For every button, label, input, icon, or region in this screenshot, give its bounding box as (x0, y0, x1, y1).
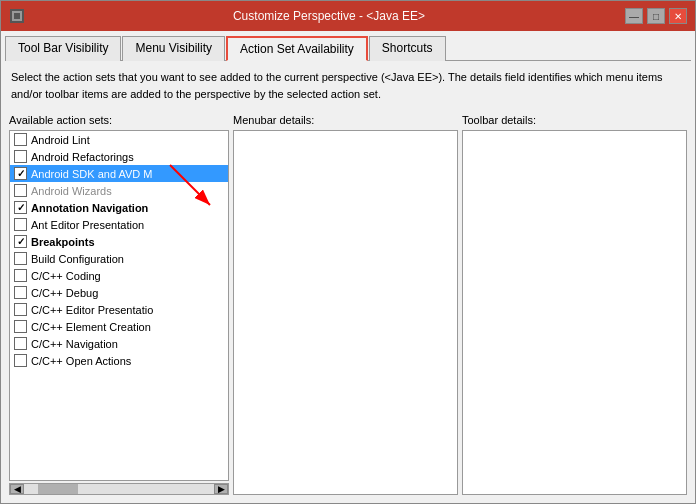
title-bar: Customize Perspective - <Java EE> — □ ✕ (1, 1, 695, 31)
checkbox-breakpoints[interactable] (14, 235, 27, 248)
action-sets-list[interactable]: Android LintAndroid RefactoringsAndroid … (9, 130, 229, 481)
list-item-label-cpp-navigation: C/C++ Navigation (31, 338, 118, 350)
maximize-button[interactable]: □ (647, 8, 665, 24)
list-item-label-cpp-open-actions: C/C++ Open Actions (31, 355, 131, 367)
content-area: Tool Bar VisibilityMenu VisibilityAction… (1, 31, 695, 503)
checkbox-android-lint[interactable] (14, 133, 27, 146)
toolbar-details-panel: Toolbar details: (462, 114, 687, 495)
checkbox-ant-editor[interactable] (14, 218, 27, 231)
close-button[interactable]: ✕ (669, 8, 687, 24)
checkbox-cpp-navigation[interactable] (14, 337, 27, 350)
list-item-build-config[interactable]: Build Configuration (10, 250, 228, 267)
scrollbar-thumb[interactable] (38, 484, 78, 494)
list-item-label-cpp-element-creation: C/C++ Element Creation (31, 321, 151, 333)
list-item-cpp-editor-presentation[interactable]: C/C++ Editor Presentatio (10, 301, 228, 318)
checkbox-cpp-debug[interactable] (14, 286, 27, 299)
list-item-label-cpp-coding: C/C++ Coding (31, 270, 101, 282)
list-item-label-android-sdk-avd: Android SDK and AVD M (31, 168, 152, 180)
list-item-label-android-wizards: Android Wizards (31, 185, 112, 197)
menubar-details-box (233, 130, 458, 495)
toolbar-details-label: Toolbar details: (462, 114, 687, 126)
list-item-label-android-refactorings: Android Refactorings (31, 151, 134, 163)
tab-menu[interactable]: Menu Visibility (122, 36, 224, 61)
right-panels: Menubar details: Toolbar details: (233, 114, 687, 495)
list-item-android-refactorings[interactable]: Android Refactorings (10, 148, 228, 165)
main-area: Available action sets: Android LintAndro… (5, 110, 691, 499)
tab-actionset[interactable]: Action Set Availability (226, 36, 368, 61)
customize-perspective-window: Customize Perspective - <Java EE> — □ ✕ … (0, 0, 696, 504)
list-item-ant-editor[interactable]: Ant Editor Presentation (10, 216, 228, 233)
list-item-label-cpp-editor-presentation: C/C++ Editor Presentatio (31, 304, 153, 316)
list-item-cpp-element-creation[interactable]: C/C++ Element Creation (10, 318, 228, 335)
tab-toolbar[interactable]: Tool Bar Visibility (5, 36, 121, 61)
list-item-annotation-navigation[interactable]: Annotation Navigation (10, 199, 228, 216)
list-item-label-annotation-navigation: Annotation Navigation (31, 202, 148, 214)
description-text: Select the action sets that you want to … (5, 61, 691, 110)
menubar-details-label: Menubar details: (233, 114, 458, 126)
list-item-cpp-open-actions[interactable]: C/C++ Open Actions (10, 352, 228, 369)
list-item-cpp-debug[interactable]: C/C++ Debug (10, 284, 228, 301)
list-item-breakpoints[interactable]: Breakpoints (10, 233, 228, 250)
list-item-android-wizards[interactable]: Android Wizards (10, 182, 228, 199)
list-item-label-android-lint: Android Lint (31, 134, 90, 146)
checkbox-cpp-coding[interactable] (14, 269, 27, 282)
checkbox-cpp-editor-presentation[interactable] (14, 303, 27, 316)
window-controls: — □ ✕ (625, 8, 687, 24)
window-icon (9, 8, 25, 24)
list-item-android-lint[interactable]: Android Lint (10, 131, 228, 148)
checkbox-android-wizards[interactable] (14, 184, 27, 197)
list-item-android-sdk-avd[interactable]: Android SDK and AVD M (10, 165, 228, 182)
horizontal-scrollbar[interactable]: ◀ ▶ (9, 483, 229, 495)
list-item-label-build-config: Build Configuration (31, 253, 124, 265)
list-item-label-ant-editor: Ant Editor Presentation (31, 219, 144, 231)
tab-shortcuts[interactable]: Shortcuts (369, 36, 446, 61)
minimize-button[interactable]: — (625, 8, 643, 24)
tab-bar: Tool Bar VisibilityMenu VisibilityAction… (5, 35, 691, 61)
list-item-label-cpp-debug: C/C++ Debug (31, 287, 98, 299)
checkbox-build-config[interactable] (14, 252, 27, 265)
checkbox-annotation-navigation[interactable] (14, 201, 27, 214)
checkbox-android-refactorings[interactable] (14, 150, 27, 163)
list-item-label-breakpoints: Breakpoints (31, 236, 95, 248)
menubar-details-panel: Menubar details: (233, 114, 458, 495)
svg-rect-2 (14, 13, 20, 19)
window-title: Customize Perspective - <Java EE> (33, 9, 625, 23)
checkbox-android-sdk-avd[interactable] (14, 167, 27, 180)
checkbox-cpp-open-actions[interactable] (14, 354, 27, 367)
available-action-sets-label: Available action sets: (9, 114, 229, 126)
toolbar-details-box (462, 130, 687, 495)
list-item-cpp-navigation[interactable]: C/C++ Navigation (10, 335, 228, 352)
left-panel: Available action sets: Android LintAndro… (9, 114, 229, 495)
checkbox-cpp-element-creation[interactable] (14, 320, 27, 333)
list-item-cpp-coding[interactable]: C/C++ Coding (10, 267, 228, 284)
